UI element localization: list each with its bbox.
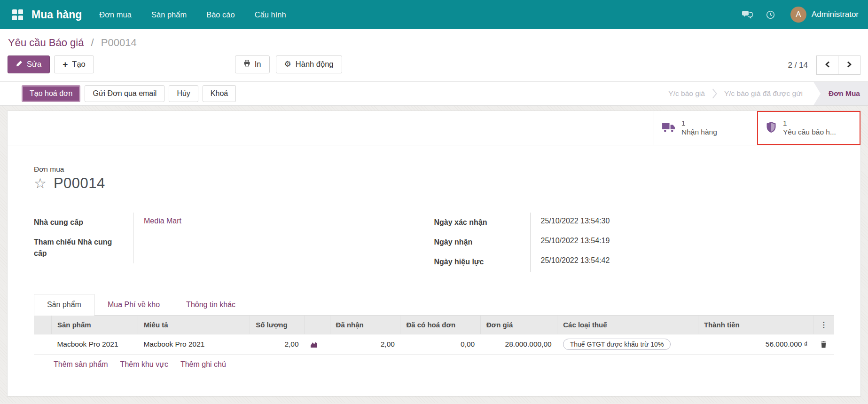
add-section-link[interactable]: Thêm khu vực	[120, 360, 168, 369]
notebook: Sản phẩm Mua Phí về kho Thông tin khác S…	[34, 293, 834, 375]
header-quantity: Số lượng	[250, 316, 305, 334]
field-groups: Nhà cung cấp Media Mart Tham chiếu Nhà c…	[34, 213, 834, 272]
cancel-button[interactable]: Hủy	[169, 85, 198, 102]
print-button-label: In	[255, 60, 261, 69]
confirmation-date-label: Ngày xác nhận	[434, 213, 531, 232]
pager-count: 2 / 14	[788, 61, 808, 70]
cell-subtotal: 56.000.000 ₫	[698, 334, 813, 355]
warranty-smart-button[interactable]: 1 Yêu cầu bảo h...	[757, 111, 860, 145]
field-vendor-reference: Tham chiếu Nhà cung cấp	[34, 232, 401, 263]
activities-clock-icon[interactable]	[761, 8, 780, 22]
header-product: Sản phẩm	[51, 316, 138, 334]
action-buttons: In ⚙ Hành động	[235, 55, 342, 73]
breadcrumb-parent-link[interactable]: Yêu cầu Báo giá	[8, 37, 84, 48]
handle-column-header	[34, 316, 51, 334]
cell-taxes: Thuế GTGT được khấu trừ 10%	[557, 334, 698, 355]
header-taxes: Các loại thuế	[557, 316, 698, 334]
edit-button[interactable]: Sửa	[8, 55, 50, 73]
pager-next-button[interactable]	[838, 55, 860, 75]
apps-grid-icon	[12, 9, 23, 20]
field-effective-date: Ngày hiệu lực 25/10/2022 13:54:42	[434, 252, 835, 272]
avatar: A	[790, 7, 806, 23]
stage-rfq-sent[interactable]: Y/c báo giá đã được gửi	[717, 89, 810, 98]
send-by-email-button[interactable]: Gửi Đơn qua email	[85, 85, 164, 102]
vendor-label: Nhà cung cấp	[34, 213, 133, 232]
add-product-link[interactable]: Thêm sản phẩm	[54, 360, 108, 369]
table-footer-links: Thêm sản phẩm Thêm khu vực Thêm ghi chú	[34, 355, 834, 375]
field-vendor: Nhà cung cấp Media Mart	[34, 213, 401, 232]
notebook-tabs: Sản phẩm Mua Phí về kho Thông tin khác	[34, 293, 834, 316]
app-name[interactable]: Mua hàng	[31, 8, 82, 21]
tab-landed-costs[interactable]: Mua Phí về kho	[94, 294, 173, 316]
order-lines-table: Sản phẩm Miêu tả Số lượng Đã nhận Đã có …	[34, 316, 834, 355]
row-handle-cell	[34, 334, 51, 355]
subtotal-amount: 56.000.000	[766, 340, 802, 348]
stage-rfq[interactable]: Y/c báo giá	[661, 89, 712, 98]
warranty-label: Yêu cầu bảo h...	[783, 128, 836, 136]
confirmation-date-value: 25/10/2022 13:54:30	[531, 213, 610, 232]
menu-item-products[interactable]: Sản phẩm	[141, 0, 196, 29]
apps-menu-button[interactable]	[7, 6, 29, 24]
user-menu[interactable]: A Administrator	[783, 7, 861, 23]
effective-date-value: 25/10/2022 13:54:42	[531, 252, 610, 272]
pager-prev-button[interactable]	[816, 55, 838, 75]
breadcrumb: Yêu cầu Báo giá / P00014	[0, 29, 868, 52]
tab-other-info[interactable]: Thông tin khác	[173, 294, 249, 316]
warranty-count: 1	[783, 119, 836, 127]
header-forecast-spacer	[305, 316, 330, 334]
shield-icon	[766, 121, 777, 135]
messages-icon[interactable]	[736, 8, 758, 22]
vendor-reference-value	[133, 232, 144, 263]
statusbar: Tạo hoá đơn Gửi Đơn qua email Hủy Khoá Y…	[0, 81, 868, 106]
control-panel: Sửa + Tạo In ⚙ Hành động 2 / 14	[0, 52, 868, 81]
receipt-smart-button[interactable]: 1 Nhận hàng	[654, 111, 757, 145]
order-line-row[interactable]: Macbook Pro 2021 Macbook Pro 2021 2,00 2…	[34, 334, 834, 355]
pencil-icon	[16, 60, 23, 69]
tab-products[interactable]: Sản phẩm	[34, 294, 94, 316]
record-buttons: Sửa + Tạo	[8, 55, 94, 73]
create-button[interactable]: + Tạo	[54, 55, 94, 73]
print-button[interactable]: In	[235, 55, 270, 73]
receipt-date-value: 25/10/2022 13:54:19	[531, 232, 610, 252]
vendor-value-link[interactable]: Media Mart	[133, 213, 181, 232]
header-received: Đã nhận	[330, 316, 400, 334]
optional-columns-header: ⋮	[813, 316, 834, 334]
cell-billed: 0,00	[400, 334, 480, 355]
menu-item-configuration[interactable]: Cấu hình	[245, 0, 296, 29]
create-bill-button[interactable]: Tạo hoá đơn	[22, 85, 80, 102]
status-pipeline: Y/c báo giá Y/c báo giá đã được gửi Đơn …	[661, 82, 868, 105]
cell-forecast	[305, 334, 330, 355]
top-navbar: Mua hàng Đơn mua Sản phẩm Báo cáo Cấu hì…	[0, 0, 868, 29]
menu-item-reporting[interactable]: Báo cáo	[196, 0, 245, 29]
field-confirmation-date: Ngày xác nhận 25/10/2022 13:54:30	[434, 213, 835, 232]
lock-button[interactable]: Khoá	[203, 85, 236, 102]
action-menu-button[interactable]: ⚙ Hành động	[276, 55, 342, 73]
pager: 2 / 14	[788, 55, 860, 75]
receipt-label: Nhận hàng	[681, 128, 717, 136]
cell-delete	[813, 334, 834, 355]
stage-purchase-order[interactable]: Đơn Mua	[813, 82, 868, 105]
add-note-link[interactable]: Thêm ghi chú	[180, 360, 226, 369]
kebab-icon[interactable]: ⋮	[820, 321, 828, 329]
plus-icon: +	[63, 61, 68, 68]
printer-icon	[243, 60, 250, 69]
cell-description: Macbook Pro 2021	[138, 334, 250, 355]
username: Administrator	[812, 10, 859, 19]
content-area: 1 Nhận hàng 1 Yêu cầu bảo h... Đơn mu	[0, 106, 868, 403]
cell-product: Macbook Pro 2021	[51, 334, 138, 355]
odoo-purchase-app: Mua hàng Đơn mua Sản phẩm Báo cáo Cấu hì…	[0, 0, 868, 403]
smart-button-box: 1 Nhận hàng 1 Yêu cầu bảo h...	[8, 111, 860, 145]
receipt-date-label: Ngày nhận	[434, 232, 531, 252]
cell-unit-price: 28.000.000,00	[480, 334, 557, 355]
stage-chevron-icon	[712, 88, 717, 99]
cell-quantity: 2,00	[250, 334, 305, 355]
record-name: P00014	[54, 175, 105, 192]
form-sheet: 1 Nhận hàng 1 Yêu cầu bảo h... Đơn mu	[7, 111, 861, 396]
menu-item-orders[interactable]: Đơn mua	[89, 0, 141, 29]
vendor-reference-label: Tham chiếu Nhà cung cấp	[34, 232, 133, 263]
trash-icon[interactable]	[821, 341, 827, 348]
doc-type-label: Đơn mua	[34, 165, 834, 174]
favorite-star-icon[interactable]: ☆	[34, 176, 47, 190]
forecast-chart-icon[interactable]	[310, 341, 318, 348]
create-button-label: Tạo	[72, 60, 85, 69]
